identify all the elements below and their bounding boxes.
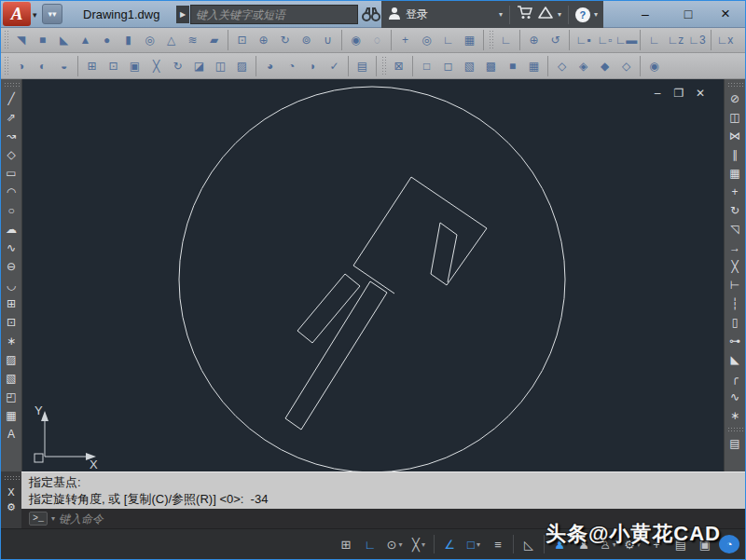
torus-button[interactable]: ◎	[140, 30, 159, 50]
binoculars-search-icon[interactable]	[361, 6, 381, 26]
command-prompt-icon[interactable]: >_	[29, 512, 48, 526]
grip-handle[interactable]	[4, 475, 20, 480]
ucs-z-axis-button[interactable]: ∟z	[666, 30, 685, 50]
autodesk-360-caret-icon[interactable]: ▾	[558, 10, 561, 19]
ucs-3-point-button[interactable]: ∟3	[687, 30, 707, 50]
ucs-world-button[interactable]: ⊕	[524, 30, 544, 50]
trim-button[interactable]: ╳	[725, 257, 745, 276]
ucs-previous-button[interactable]: ↺	[546, 30, 565, 50]
gradient-button[interactable]: ▧	[2, 369, 21, 388]
blend-curves-button[interactable]: ∿	[725, 388, 745, 406]
vs-conceptual-button[interactable]: ■	[503, 56, 522, 76]
head-bottom-edge-entity[interactable]	[353, 266, 394, 294]
isometric-drafting-toggle[interactable]: ╳▾	[408, 533, 429, 555]
help-caret-icon[interactable]: ▾	[594, 10, 598, 19]
quick-access-toolbar-button[interactable]: ▾▾	[42, 4, 62, 24]
recent-commands-caret-icon[interactable]: ▾	[51, 514, 55, 523]
stretch-button[interactable]: →	[725, 239, 745, 257]
grip-handle[interactable]	[4, 82, 20, 87]
make-block-button[interactable]: ⊡	[2, 313, 21, 332]
revolve-button[interactable]: ◉	[346, 30, 366, 50]
scale-button[interactable]: ◹	[725, 220, 745, 239]
vs-2d-wireframe-button[interactable]: □	[417, 56, 436, 76]
hardware-acceleration-toggle[interactable]: ◔	[719, 535, 739, 553]
viewport-restore-button[interactable]: ❐	[672, 87, 685, 100]
move-button[interactable]: +	[725, 183, 745, 201]
3d-array-button[interactable]: ▦	[460, 30, 479, 50]
handle-rectangle-entity[interactable]	[285, 281, 387, 430]
object-snap-toggle[interactable]: □▾	[463, 533, 484, 555]
smooth-object-button[interactable]: ⊚	[297, 30, 316, 50]
rotate-gizmo-button[interactable]: ◎	[417, 30, 436, 50]
window-maximize-button[interactable]: □	[674, 3, 702, 25]
cylinder-button[interactable]: ▮	[118, 30, 138, 50]
help-search-input[interactable]	[191, 7, 357, 24]
dropdown-caret-icon[interactable]: ▾	[398, 540, 402, 549]
break-at-point-button[interactable]: ┆	[725, 294, 745, 313]
viewport-minimize-button[interactable]: –	[651, 87, 664, 100]
ortho-mode-toggle[interactable]: ∟	[360, 533, 380, 555]
point-button[interactable]: ∗	[2, 332, 21, 350]
check-button[interactable]: ✓	[325, 56, 344, 76]
ucs-origin-button[interactable]: ∟	[644, 30, 664, 50]
clean-button[interactable]: ◗	[303, 56, 323, 76]
extend-button[interactable]: ⊢	[725, 276, 745, 294]
circle-entity[interactable]	[179, 87, 565, 471]
model-space-canvas[interactable]: Y X – ❐ ✕	[22, 79, 724, 471]
mirror-button[interactable]: ⋈	[725, 127, 745, 145]
helix-button[interactable]: ≋	[183, 30, 202, 50]
extrude-faces-button[interactable]: ⊞	[82, 56, 102, 76]
chamfer-button[interactable]: ◣	[725, 350, 745, 369]
dropdown-caret-icon[interactable]: ▾	[421, 540, 425, 549]
grip-handle[interactable]	[4, 30, 8, 50]
close-command-line-button[interactable]: X	[7, 486, 14, 498]
loft-button[interactable]: ∪	[318, 30, 338, 50]
offset-button[interactable]: ∥	[725, 145, 745, 164]
line-button[interactable]: ╱	[2, 89, 21, 108]
cone-button[interactable]: ▲	[76, 30, 95, 50]
separate-solids-button[interactable]: ◔	[282, 56, 301, 76]
polar-tracking-toggle[interactable]: ⊙▾	[384, 533, 405, 555]
user-icon[interactable]	[387, 6, 402, 24]
viewport-close-button[interactable]: ✕	[694, 87, 707, 100]
dropdown-caret-icon[interactable]: ▾	[477, 540, 480, 549]
ucs-icon[interactable]: Y X	[35, 403, 98, 471]
wedge-button[interactable]: ◣	[54, 30, 74, 50]
insert-block-button[interactable]: ⊞	[2, 294, 21, 313]
revision-cloud-button[interactable]: ☁	[2, 220, 21, 239]
box-button[interactable]: ■	[33, 30, 52, 50]
ellipse-arc-button[interactable]: ◡	[2, 276, 21, 294]
break-button[interactable]: ▯	[725, 313, 745, 332]
union-button[interactable]: ◑	[11, 56, 31, 76]
polysolid-button[interactable]: ◥	[11, 30, 31, 50]
customize-command-line-button[interactable]: ⚙	[7, 501, 16, 513]
rectangle-button[interactable]: ▭	[2, 164, 21, 183]
grip-handle[interactable]	[489, 30, 493, 50]
selection-cycling-toggle[interactable]: ◺	[518, 533, 539, 555]
join-button[interactable]: ⊶	[725, 332, 745, 350]
help-button[interactable]: ?	[575, 7, 590, 22]
snap-mode-toggle[interactable]: ⊞	[336, 533, 356, 555]
planar-surface-button[interactable]: ▰	[204, 30, 224, 50]
grip-handle[interactable]	[727, 82, 743, 87]
lineweight-toggle[interactable]: ≡	[488, 533, 508, 555]
ucs-face-button[interactable]: ∟▪	[573, 30, 593, 50]
light-2-button[interactable]: ◈	[573, 56, 593, 76]
sphere-button[interactable]: ●	[97, 30, 117, 50]
vs-shaded-button[interactable]: ▦	[524, 56, 544, 76]
rotate-faces-button[interactable]: ↻	[168, 56, 187, 76]
ucs-object-button[interactable]: ∟▫	[595, 30, 615, 50]
multiline-text-button[interactable]: A	[2, 425, 21, 444]
taper-faces-button[interactable]: ◪	[189, 56, 209, 76]
grip-handle[interactable]	[381, 56, 386, 76]
erase-button[interactable]: ⊘	[725, 89, 745, 108]
imprint-button[interactable]: ▤	[352, 56, 372, 76]
pyramid-button[interactable]: △	[161, 30, 181, 50]
vs-hidden-button[interactable]: ▧	[460, 56, 479, 76]
ucs-button[interactable]: ∟	[496, 30, 516, 50]
side-strip-rectangle-entity[interactable]	[297, 274, 360, 343]
copy-button[interactable]: ◫	[725, 108, 745, 127]
grip-handle[interactable]	[727, 427, 743, 431]
head-outline-entity[interactable]	[353, 177, 487, 285]
sign-in-button[interactable]: 登录	[406, 7, 428, 22]
